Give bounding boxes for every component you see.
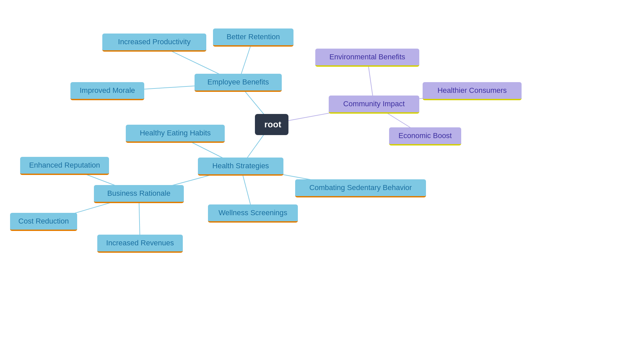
node-businessRationale[interactable]: Business Rationale [94, 185, 184, 203]
node-environmentalBenefits[interactable]: Environmental Benefits [315, 49, 419, 67]
node-increasedProductivity[interactable]: Increased Productivity [102, 34, 206, 52]
node-healthierConsumers[interactable]: Healthier Consumers [423, 82, 522, 100]
node-enhancedReputation[interactable]: Enhanced Reputation [20, 157, 109, 175]
node-communityImpact[interactable]: Community Impact [329, 96, 419, 114]
node-economicBoost[interactable]: Economic Boost [389, 127, 461, 145]
node-combatingSedentary[interactable]: Combating Sedentary Behavior [295, 179, 426, 197]
node-root[interactable]: root [255, 114, 288, 135]
node-betterRetention[interactable]: Better Retention [213, 28, 293, 47]
node-increasedRevenues[interactable]: Increased Revenues [97, 235, 183, 253]
node-wellnessScreenings[interactable]: Wellness Screenings [208, 204, 298, 223]
node-healthStrategies[interactable]: Health Strategies [198, 158, 283, 176]
node-employeeBenefits[interactable]: Employee Benefits [195, 74, 282, 92]
node-healthyEatingHabits[interactable]: Healthy Eating Habits [126, 125, 225, 143]
node-costReduction[interactable]: Cost Reduction [10, 213, 77, 231]
node-improvedMorale[interactable]: Improved Morale [70, 82, 144, 100]
